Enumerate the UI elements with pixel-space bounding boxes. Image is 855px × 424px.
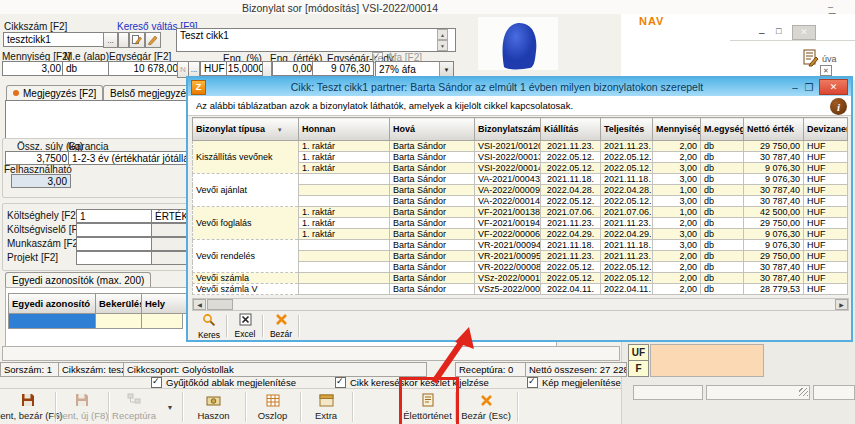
table-cell[interactable]: 1. raktár: [299, 207, 390, 218]
browse-button[interactable]: ...: [103, 32, 118, 48]
column-header[interactable]: Mennyiség: [653, 118, 701, 141]
table-cell[interactable]: 1. raktár: [299, 163, 390, 174]
table-cell[interactable]: 2022.04.11.: [541, 284, 601, 295]
table-cell[interactable]: 1,00: [653, 185, 701, 196]
table-cell[interactable]: Barta Sándor: [390, 185, 475, 196]
unit-price-input[interactable]: 10 678,00: [108, 61, 182, 76]
table-cell[interactable]: 30 787,40: [744, 185, 804, 196]
table-cell[interactable]: 2,00: [653, 152, 701, 163]
scroll-left-icon[interactable]: ◀: [193, 299, 206, 310]
table-cell[interactable]: HUF: [804, 185, 848, 196]
group-cell[interactable]: Kiszállítás vevőnek: [193, 141, 299, 174]
table-cell[interactable]: 2022.04.28.: [601, 185, 653, 196]
table-cell[interactable]: [299, 240, 390, 251]
unit-input[interactable]: db: [62, 61, 112, 76]
dialog-titlebar[interactable]: Z Cikk: Teszt cikk1 partner: Barta Sándo…: [188, 78, 851, 96]
table-cell[interactable]: 2021.07.06.: [541, 207, 601, 218]
highlight-field[interactable]: [650, 344, 764, 377]
table-cell[interactable]: 2022.05.12.: [601, 163, 653, 174]
table-cell[interactable]: 2,00: [653, 218, 701, 229]
horizontal-scrollbar[interactable]: ◀ ▶: [192, 298, 849, 311]
table-cell[interactable]: HUF: [804, 284, 848, 295]
table-cell[interactable]: 2022.05.12.: [601, 262, 653, 273]
table-cell[interactable]: db: [701, 141, 744, 152]
dialog-button-excel[interactable]: Excel: [228, 314, 262, 338]
scroll-arrows[interactable]: ▲▼: [437, 29, 448, 51]
table-cell[interactable]: HUF: [804, 262, 848, 273]
table-cell[interactable]: 30 787,40: [744, 262, 804, 273]
table-cell[interactable]: 29 750,00: [744, 251, 804, 262]
table-cell[interactable]: 3,00: [653, 174, 701, 185]
pencil-icon[interactable]: [145, 32, 161, 48]
dialog-button-bezár[interactable]: Bezár: [264, 314, 298, 338]
table-cell[interactable]: Barta Sándor: [390, 240, 475, 251]
item-name-box[interactable]: Teszt cikk1: [176, 28, 456, 52]
table-cell[interactable]: Barta Sándor: [390, 218, 475, 229]
table-cell[interactable]: db: [701, 229, 744, 240]
table-cell[interactable]: db: [701, 196, 744, 207]
subwindow-close-icon[interactable]: ✕: [792, 25, 816, 40]
table-row[interactable]: Vevői foglalás1. raktárBarta SándorVF-20…: [193, 207, 848, 218]
table-cell[interactable]: HUF: [804, 152, 848, 163]
table-cell[interactable]: db: [701, 284, 744, 295]
table-cell[interactable]: db: [701, 251, 744, 262]
toolbar-button-ment-bezár-f6-[interactable]: Ment, bezár (F6): [0, 391, 55, 423]
table-cell[interactable]: 29 750,00: [744, 141, 804, 152]
table-cell[interactable]: 9 076,30: [744, 229, 804, 240]
dialog-maximize-icon[interactable]: ❐: [802, 82, 816, 93]
table-cell[interactable]: Barta Sándor: [390, 229, 475, 240]
column-header[interactable]: Bizonylatszám: [475, 118, 541, 141]
dialog-close-icon[interactable]: ✕: [819, 79, 848, 95]
table-row[interactable]: Vevői rendelésBarta SándorVR-2021/000942…: [193, 240, 848, 251]
table-cell[interactable]: 2,00: [653, 262, 701, 273]
toolbar-button-bezár-esc-[interactable]: Bezár (Esc): [455, 391, 517, 423]
column-header[interactable]: Hová: [390, 118, 475, 141]
discount-value-input[interactable]: 0,00: [272, 61, 316, 76]
table-cell[interactable]: 2021.11.23.: [601, 218, 653, 229]
table-cell[interactable]: Barta Sándor: [390, 251, 475, 262]
table-cell[interactable]: 30 787,40: [744, 196, 804, 207]
table-cell[interactable]: db: [701, 262, 744, 273]
dialog-button-keres[interactable]: Keres: [192, 314, 226, 338]
table-cell[interactable]: 2021.11.18.: [541, 240, 601, 251]
table-cell[interactable]: 3,00: [653, 196, 701, 207]
table-cell[interactable]: HUF: [804, 240, 848, 251]
table-cell[interactable]: 9 076,30: [744, 240, 804, 251]
scroll-right-icon[interactable]: ▶: [835, 299, 848, 310]
table-cell[interactable]: 28 779,53: [744, 284, 804, 295]
table-cell[interactable]: VSI-2022/00013: [475, 152, 541, 163]
chevron-down-icon[interactable]: ▼: [439, 62, 453, 77]
table-cell[interactable]: 2,00: [653, 273, 701, 284]
table-cell[interactable]: [299, 273, 390, 284]
small-close-icon[interactable]: ✕: [820, 65, 832, 76]
table-cell[interactable]: 42 500,00: [744, 207, 804, 218]
table-cell[interactable]: HUF: [804, 229, 848, 240]
column-header[interactable]: Kiállítás: [541, 118, 601, 141]
gyujtokod-checkbox[interactable]: Gyűjtőkód ablak megjelenítése: [151, 377, 296, 388]
table-cell[interactable]: 29 750,00: [744, 218, 804, 229]
column-header[interactable]: Nettó érték: [744, 118, 804, 141]
table-cell[interactable]: 2,00: [653, 251, 701, 262]
edit-note-icon[interactable]: [129, 32, 145, 48]
table-cell[interactable]: 3,00: [653, 229, 701, 240]
table-cell[interactable]: [299, 251, 390, 262]
table-cell[interactable]: VR-2022/00008: [475, 262, 541, 273]
project-input[interactable]: [76, 251, 156, 265]
identifier-cell[interactable]: [95, 313, 142, 329]
column-header[interactable]: Devizanem: [804, 118, 848, 141]
kep-checkbox[interactable]: Kép megjelenítése: [527, 377, 621, 388]
tab-megjegyzes[interactable]: Megjegyzés [F2]: [6, 85, 103, 100]
group-cell[interactable]: Vevői foglalás: [193, 207, 299, 240]
table-cell[interactable]: db: [701, 207, 744, 218]
table-cell[interactable]: 30 787,40: [744, 152, 804, 163]
table-cell[interactable]: db: [701, 185, 744, 196]
table-cell[interactable]: db: [701, 273, 744, 284]
table-row[interactable]: Kiszállítás vevőnek1. raktárBarta Sándor…: [193, 141, 848, 152]
table-cell[interactable]: Barta Sándor: [390, 207, 475, 218]
table-row[interactable]: Vevői számlaBarta SándorVSz-2022/0001320…: [193, 273, 848, 284]
cost-bearer-input[interactable]: [76, 223, 156, 237]
document-table[interactable]: Bizonylat típusa ▼HonnanHováBizonylatszá…: [192, 117, 848, 295]
table-cell[interactable]: Barta Sándor: [390, 163, 475, 174]
table-cell[interactable]: 9 076,30: [744, 174, 804, 185]
table-cell[interactable]: 2021.11.23.: [601, 141, 653, 152]
